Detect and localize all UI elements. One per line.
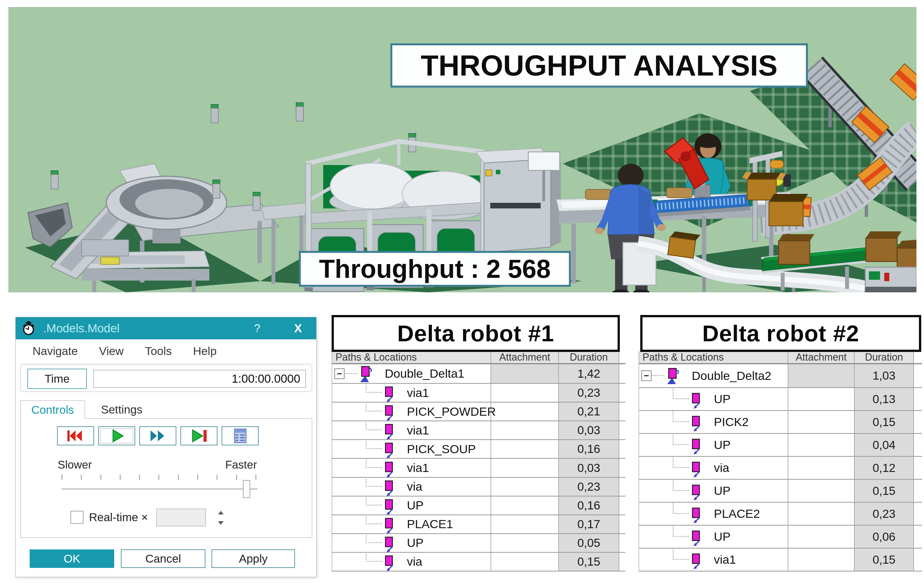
duration-value: 0,15 [873,415,896,429]
realtime-checkbox[interactable] [71,511,83,524]
duration-value: 0,13 [873,392,896,406]
attachment-cell [788,503,855,525]
tree-expander-icon[interactable] [334,369,345,379]
path-location-cell: via1 [639,548,788,571]
menu-navigate[interactable]: Navigate [33,345,78,358]
close-button[interactable]: X [286,317,310,339]
table-row[interactable]: UP 0,15 [639,479,922,502]
table-row[interactable]: Double_Delta1 1,42 [332,364,625,383]
path-location-cell: Double_Delta2 [639,364,788,387]
realtime-factor-input[interactable] [156,509,206,527]
simulation-viewport[interactable]: THROUGHPUT ANALYSIS Throughput : 2 568 [8,7,916,292]
table-row[interactable]: PICK_POWDER 0,21 [332,402,625,420]
menu-tools[interactable]: Tools [145,345,172,358]
step-to-end-button[interactable] [180,427,218,445]
row-gutter [619,534,626,552]
table-row[interactable]: via1 0,03 [332,420,625,439]
realtime-factor-stepper[interactable] [216,509,225,527]
column-header-attachment[interactable]: Attachment [491,351,559,363]
table-row[interactable]: UP 0,05 [332,533,625,552]
menu-help[interactable]: Help [193,345,216,358]
row-gutter [914,388,922,410]
play-button[interactable] [98,427,135,445]
column-header-paths[interactable]: Paths & Locations [639,351,788,363]
cancel-button[interactable]: Cancel [121,549,205,568]
tab-settings[interactable]: Settings [90,400,153,419]
table-row[interactable]: via 0,23 [332,477,625,496]
apply-button[interactable]: Apply [211,549,295,568]
speed-slider-track[interactable] [61,488,257,489]
tree-line [673,456,689,468]
time-input[interactable]: 1:00:00.0000 [93,370,306,388]
time-button[interactable]: Time [27,369,87,389]
row-gutter [914,457,922,479]
table-row[interactable]: UP 0,16 [332,496,625,514]
path-location-cell: via1 [332,384,491,402]
ok-button[interactable]: OK [30,549,114,568]
location-icon [383,480,396,496]
table-row[interactable]: PICK2 0,15 [639,410,922,433]
table-row[interactable]: PLACE2 0,23 [639,502,922,525]
column-header-duration[interactable]: Duration [855,351,914,363]
table-row[interactable]: UP 0,13 [639,387,922,410]
speed-slider-thumb[interactable] [243,480,250,498]
help-button[interactable]: ? [248,317,267,339]
location-icon [690,415,703,431]
menu-separator [18,363,314,364]
duration-value: 0,12 [873,461,896,475]
path-icon [665,368,681,385]
step-to-end-icon [186,428,211,443]
attachment-cell [491,459,559,477]
duration-cell: 0,16 [559,440,619,458]
stepper-up-icon[interactable] [218,511,224,514]
attachment-cell [491,515,559,533]
tab-controls[interactable]: Controls [20,400,85,419]
event-list-button[interactable] [222,427,259,445]
duration-value: 0,03 [577,423,600,437]
row-gutter [619,421,626,439]
table-row[interactable]: Double_Delta2 1,03 [639,364,922,387]
path-label: UP [714,530,731,543]
attachment-cell [788,411,855,433]
tree-expander-icon[interactable] [641,371,652,381]
time-group-box: Time 1:00:00.0000 [20,364,312,392]
location-icon [383,461,396,478]
location-icon [690,530,703,546]
carton-box [866,231,902,262]
column-header-attachment[interactable]: Attachment [788,351,855,363]
event-list-icon [228,428,252,443]
table-header: Paths & Locations Attachment Duration [332,351,625,364]
duration-cell: 1,42 [559,364,619,383]
stepper-down-icon[interactable] [218,521,224,525]
fast-forward-button[interactable] [139,427,176,445]
duration-cell: 0,15 [855,548,914,571]
location-icon [383,423,396,440]
table-row[interactable]: via 0,15 [332,552,625,571]
row-gutter [914,525,922,548]
dialog-titlebar[interactable]: .Models.Model ? X [16,317,316,339]
tree-line [366,477,382,487]
column-header-duration[interactable]: Duration [559,351,619,363]
location-icon [690,438,703,455]
path-location-cell: via1 [332,459,491,477]
table-row[interactable]: via1 0,23 [332,383,625,402]
speed-slider-ticks [61,475,256,480]
duration-value: 0,23 [577,386,600,400]
tree-line [366,420,382,430]
path-location-cell: UP [639,388,788,410]
duration-cell: 0,17 [559,515,619,533]
table-row[interactable]: via1 0,15 [639,548,922,571]
table-row[interactable]: PICK_SOUP 0,16 [332,439,625,458]
table-row[interactable]: PLACE1 0,17 [332,514,625,533]
table-row[interactable]: via 0,12 [639,456,922,479]
path-label: UP [714,392,731,406]
table-row[interactable]: UP 0,06 [639,525,922,548]
table-row[interactable]: via1 0,03 [332,458,625,477]
path-label: via1 [407,386,429,400]
attachment-cell [788,364,855,387]
menu-view[interactable]: View [99,345,124,358]
column-header-paths[interactable]: Paths & Locations [332,351,491,363]
skip-to-start-button[interactable] [57,427,94,445]
table-row[interactable]: UP 0,04 [639,433,922,456]
tree-line [366,496,382,506]
